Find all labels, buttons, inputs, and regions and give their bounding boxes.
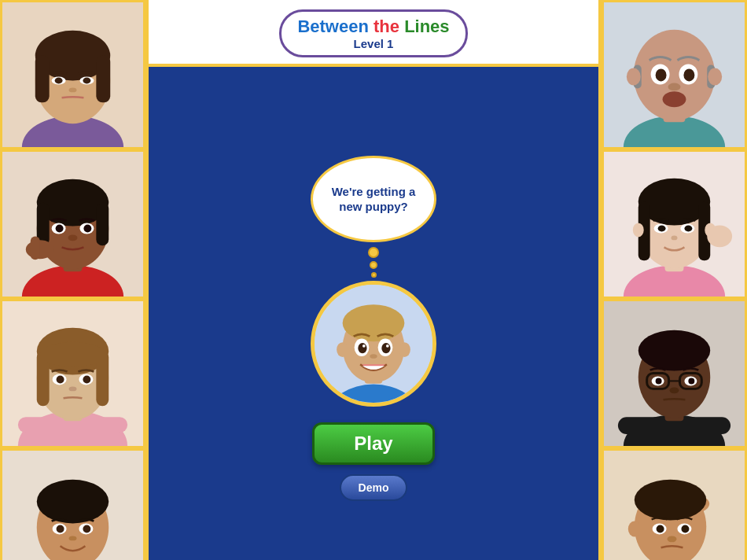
title-between-text: Between: [297, 17, 368, 36]
thought-bubble-text: We're getting a new puppy?: [321, 184, 426, 215]
svg-point-86: [633, 223, 644, 237]
svg-point-76: [683, 69, 694, 82]
svg-point-107: [670, 387, 679, 393]
svg-point-99: [638, 330, 710, 371]
svg-point-23: [68, 234, 78, 241]
svg-point-78: [663, 91, 686, 107]
face-photo-4: [0, 448, 145, 560]
face-photo-6: [602, 149, 747, 299]
bubble-dot-3: [371, 272, 377, 278]
title-level: Level 1: [297, 37, 449, 50]
svg-point-45: [37, 480, 109, 524]
right-sidebar: [602, 0, 747, 560]
svg-point-63: [386, 344, 389, 348]
svg-point-48: [57, 525, 64, 532]
bubble-dot-1: [368, 247, 379, 258]
svg-point-119: [668, 536, 677, 542]
title-main: Between the Lines: [297, 17, 449, 37]
svg-point-113: [635, 480, 706, 521]
title-the-text: the: [374, 17, 399, 36]
app-container: Between the Lines Level 1 We're getting …: [0, 0, 747, 560]
svg-point-117: [657, 525, 664, 532]
svg-point-10: [83, 77, 90, 83]
svg-point-77: [668, 83, 681, 90]
svg-point-57: [399, 342, 410, 357]
svg-point-106: [688, 378, 694, 384]
bubble-dots: [311, 245, 436, 279]
thought-bubble-container: We're getting a new puppy?: [311, 156, 436, 279]
svg-point-118: [681, 525, 689, 532]
svg-rect-5: [35, 56, 50, 103]
bubble-dot-2: [370, 261, 377, 269]
svg-rect-25: [31, 236, 40, 260]
svg-point-72: [708, 68, 722, 86]
svg-point-62: [362, 344, 366, 348]
face-photo-7: [602, 299, 747, 448]
play-button[interactable]: Play: [312, 422, 434, 465]
svg-point-71: [627, 68, 641, 86]
svg-point-88: [707, 225, 732, 247]
svg-point-49: [83, 525, 90, 532]
svg-point-11: [69, 87, 77, 92]
face-photo-1: [0, 0, 145, 149]
svg-rect-18: [96, 203, 109, 246]
svg-point-21: [56, 224, 64, 232]
face-photo-5: [602, 0, 747, 149]
content-area: Between the Lines Level 1 We're getting …: [0, 0, 747, 560]
svg-point-105: [656, 378, 662, 384]
svg-point-114: [628, 521, 641, 536]
center-content: We're getting a new puppy?: [311, 67, 436, 560]
svg-point-93: [672, 235, 678, 240]
svg-point-22: [83, 224, 91, 232]
svg-point-9: [55, 77, 63, 83]
title-area: Between the Lines Level 1: [149, 0, 598, 67]
title-lines-text: Lines: [404, 17, 449, 36]
svg-point-39: [69, 386, 77, 391]
center-panel: Between the Lines Level 1 We're getting …: [145, 0, 602, 560]
svg-point-64: [370, 354, 377, 359]
face-photo-2: [0, 149, 145, 299]
title-badge: Between the Lines Level 1: [279, 9, 467, 57]
svg-point-75: [656, 69, 667, 82]
left-sidebar: [0, 0, 145, 560]
svg-point-55: [343, 304, 405, 341]
svg-point-56: [337, 342, 348, 357]
svg-point-34: [40, 342, 106, 367]
svg-point-61: [381, 343, 390, 353]
svg-point-38: [83, 375, 90, 383]
svg-point-50: [69, 536, 77, 540]
face-photo-8: [602, 448, 747, 560]
svg-point-92: [684, 225, 692, 231]
svg-point-91: [658, 225, 666, 231]
demo-button[interactable]: Demo: [340, 474, 408, 501]
svg-rect-6: [96, 56, 110, 103]
svg-point-60: [358, 343, 366, 353]
svg-point-37: [57, 375, 64, 383]
face-photo-3: [0, 299, 145, 448]
thought-bubble: We're getting a new puppy?: [311, 156, 436, 242]
character-circle: [311, 281, 436, 407]
